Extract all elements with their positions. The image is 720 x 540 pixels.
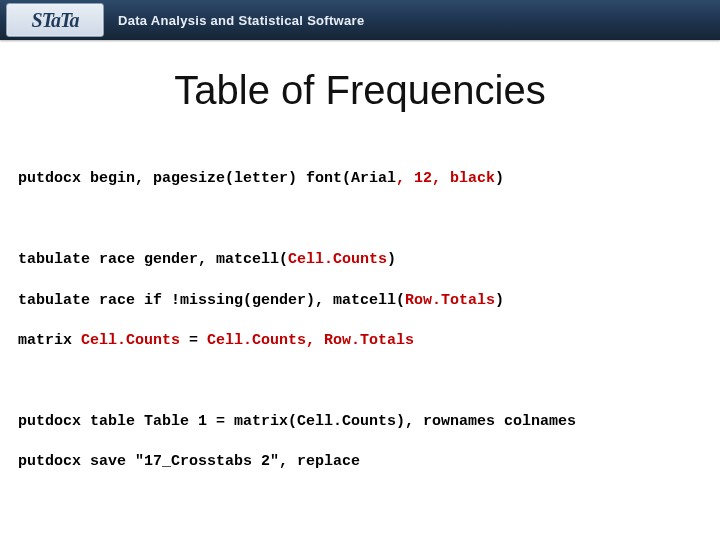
code-text: )	[387, 251, 396, 268]
code-highlight: Row.Totals	[405, 292, 495, 309]
code-line-6: putdocx save "17_Crosstabs 2", replace	[18, 452, 702, 472]
code-text: matrix	[18, 332, 81, 349]
stata-logo: STaTa	[6, 3, 104, 37]
code-text: putdocx begin, pagesize(letter) font(Ari…	[18, 170, 396, 187]
code-text: )	[495, 292, 504, 309]
logo-text: STaTa	[32, 9, 79, 32]
code-highlight: Cell.Counts	[288, 251, 387, 268]
code-block: putdocx begin, pagesize(letter) font(Ari…	[18, 149, 702, 493]
code-line-4: matrix Cell.Counts = Cell.Counts, Row.To…	[18, 331, 702, 351]
code-gap	[18, 372, 702, 392]
code-highlight: , 12, black	[396, 170, 495, 187]
app-header: STaTa Data Analysis and Statistical Soft…	[0, 0, 720, 40]
header-tagline: Data Analysis and Statistical Software	[118, 13, 364, 28]
code-line-5: putdocx table Table 1 = matrix(Cell.Coun…	[18, 412, 702, 432]
code-line-3: tabulate race if !missing(gender), matce…	[18, 291, 702, 311]
code-highlight: Cell.Counts	[81, 332, 180, 349]
code-line-2: tabulate race gender, matcell(Cell.Count…	[18, 250, 702, 270]
code-highlight: Cell.Counts	[207, 332, 306, 349]
code-text: tabulate race gender, matcell(	[18, 251, 288, 268]
code-text: =	[180, 332, 207, 349]
page-title: Table of Frequencies	[0, 68, 720, 113]
code-line-1: putdocx begin, pagesize(letter) font(Ari…	[18, 169, 702, 189]
code-highlight: , Row.Totals	[306, 332, 414, 349]
code-gap	[18, 210, 702, 230]
code-text: )	[495, 170, 504, 187]
code-text: tabulate race if !missing(gender), matce…	[18, 292, 405, 309]
